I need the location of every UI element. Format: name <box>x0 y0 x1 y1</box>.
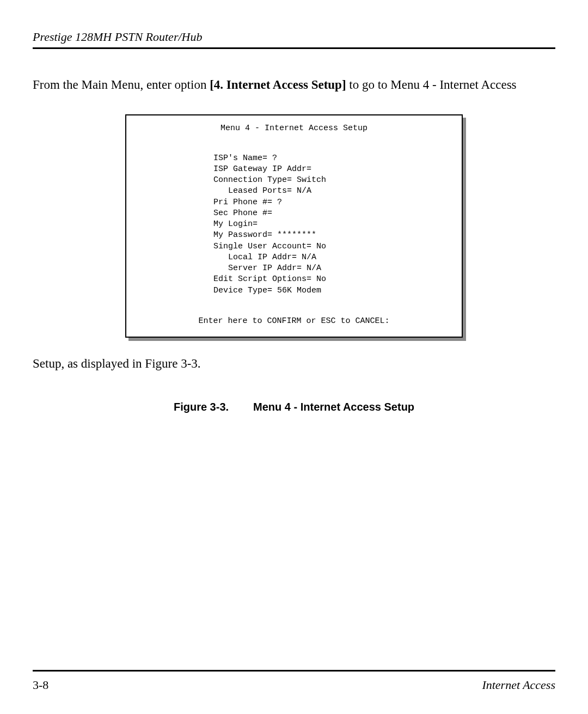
menu-line: Single User Account= No <box>213 242 326 251</box>
intro-prefix: From the Main Menu, enter option <box>33 78 210 91</box>
header-title: Prestige 128MH PSTN Router/Hub <box>33 30 202 44</box>
menu-title: Menu 4 - Internet Access Setup <box>137 123 451 134</box>
after-text: Setup, as displayed in Figure 3-3. <box>33 357 555 371</box>
menu-line: Leased Ports= N/A <box>213 186 311 196</box>
menu-line: My Login= <box>213 219 258 229</box>
figure-number: Figure 3-3. <box>174 401 229 413</box>
menu-line: Server IP Addr= N/A <box>213 264 321 273</box>
page-number: 3-8 <box>33 678 48 692</box>
menu-footer: Enter here to CONFIRM or ESC to CANCEL: <box>137 316 451 327</box>
menu-box-shadow: Menu 4 - Internet Access Setup ISP's Nam… <box>125 114 463 338</box>
menu-line: Sec Phone #= <box>213 209 272 218</box>
footer-section: Internet Access <box>482 678 555 692</box>
menu-line: My Password= ******** <box>213 230 316 240</box>
menu-line: Pri Phone #= ? <box>213 198 282 207</box>
figure-title: Menu 4 - Internet Access Setup <box>253 401 414 413</box>
menu-line: Edit Script Options= No <box>213 274 326 284</box>
menu-box-container: Menu 4 - Internet Access Setup ISP's Nam… <box>33 114 555 338</box>
intro-bold: [4. Internet Access Setup] <box>210 78 346 91</box>
intro-suffix: to go to Menu 4 - Internet Access <box>346 78 517 91</box>
intro-paragraph: From the Main Menu, enter option [4. Int… <box>33 76 555 94</box>
page-footer: 3-8 Internet Access <box>33 670 555 692</box>
menu-body: ISP's Name= ? ISP Gateway IP Addr= Conne… <box>137 142 451 296</box>
menu-line: Device Type= 56K Modem <box>213 286 321 295</box>
figure-caption: Figure 3-3.Menu 4 - Internet Access Setu… <box>33 401 555 413</box>
page-header: Prestige 128MH PSTN Router/Hub <box>33 30 555 49</box>
menu-line: ISP Gateway IP Addr= <box>213 164 311 174</box>
menu-line: Local IP Addr= N/A <box>213 253 316 262</box>
menu-line: Connection Type= Switch <box>213 175 326 185</box>
menu-box: Menu 4 - Internet Access Setup ISP's Nam… <box>125 114 463 338</box>
menu-line: ISP's Name= ? <box>213 154 277 163</box>
